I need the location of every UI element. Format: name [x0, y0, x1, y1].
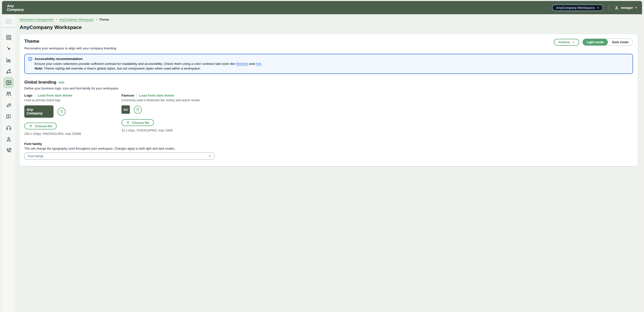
page-title: AnyCompany Workspace: [19, 24, 322, 30]
menu-toggle-button[interactable]: [6, 18, 12, 25]
phone-chat-icon: [6, 147, 12, 154]
sidebar-item-megaphone[interactable]: [3, 100, 14, 111]
font-family-section: Font family This will change the typogra…: [24, 142, 322, 156]
sidebar: [2, 14, 15, 156]
logo-delete-button[interactable]: [58, 108, 66, 116]
favicon-description: Commonly used in bookmark bar, history a…: [122, 99, 219, 102]
favicon-delete-button[interactable]: [134, 106, 142, 114]
webaim-link[interactable]: WebAim: [236, 62, 248, 66]
logo-line2: Company: [7, 8, 24, 11]
logo-preview: Any Company: [24, 105, 54, 118]
global-branding-subtitle: Define your business logo, icon and font…: [24, 87, 322, 90]
sparkle-icon: [6, 46, 12, 52]
trash-icon: [60, 110, 64, 114]
sidebar-item-dashboard-grid[interactable]: [3, 32, 14, 43]
favicon-preview: AC: [122, 105, 130, 114]
sidebar-item-layout[interactable]: [3, 77, 14, 88]
font-family-select[interactable]: Font family ▼: [24, 153, 214, 156]
workflow-branch-icon: [6, 68, 12, 75]
accessibility-recommendation-banner: i Accessibility recommendation Ensure yo…: [24, 54, 322, 74]
sidebar-item-bar-chart[interactable]: [3, 54, 14, 66]
bar-chart-icon: [6, 57, 12, 63]
theme-card-subtitle: Personalize your workspace to align with…: [24, 47, 116, 50]
company-logo: Any Company: [7, 4, 24, 12]
upload-icon: [29, 124, 33, 128]
favicon-label: Favicon: [122, 94, 134, 97]
sidebar-divider: [2, 28, 15, 28]
breadcrumb-separator-icon: ›: [96, 18, 97, 21]
font-family-label: Font family: [24, 142, 322, 146]
breadcrumb-workspace-management[interactable]: Workspace management: [20, 18, 54, 21]
sidebar-item-phone-chat[interactable]: [3, 145, 14, 156]
accessibility-note: Note: Theme styling will override a View…: [34, 66, 262, 71]
logo-load-from-dark-theme-link[interactable]: Load from dark theme: [38, 94, 72, 97]
breadcrumb-separator-icon: ›: [56, 18, 57, 21]
info-icon: i: [28, 57, 32, 61]
sidebar-item-users[interactable]: [3, 88, 14, 100]
sidebar-item-headset[interactable]: [3, 122, 14, 133]
dashboard-grid-icon: [6, 34, 12, 41]
font-family-description: This will change the typography used thr…: [24, 147, 322, 150]
theme-card: Theme Personalize your workspace to alig…: [19, 34, 322, 156]
logo-section: Logo Load from dark theme Used as primar…: [24, 94, 122, 136]
logo-line1: Any: [7, 4, 24, 8]
headset-icon: [6, 125, 12, 131]
theme-card-title: Theme: [24, 39, 116, 44]
font-family-selected-value: Font family: [28, 154, 44, 156]
logo-constraints: 250 x 100px, PNG/SVG/JPG, max 200KB: [24, 132, 122, 136]
hamburger-icon: [6, 20, 12, 20]
sidebar-item-sparkle[interactable]: [3, 43, 14, 54]
sidebar-item-workflow-branch[interactable]: [3, 66, 14, 77]
label-divider: [136, 94, 137, 97]
favicon-constraints: 32 x 32px, SVG/ICO/PNG, max 10KB: [122, 129, 219, 132]
breadcrumb-anycompany-workspace[interactable]: AnyCompany Workspace: [59, 18, 94, 21]
upload-icon: [126, 121, 130, 125]
global-branding-title: Global branding: [24, 80, 56, 85]
app-header: Any Company AnyCompany Workspace ▼ mmajo…: [2, 1, 322, 14]
sidebar-item-person[interactable]: [3, 133, 14, 145]
axe-link[interactable]: Axe: [256, 62, 261, 66]
book-sparkle-icon: [6, 114, 12, 120]
logo-choose-file-button[interactable]: Choose file: [24, 123, 57, 129]
global-branding-info-link[interactable]: Info: [59, 81, 64, 84]
users-icon: [6, 91, 12, 97]
breadcrumb: Workspace management › AnyCompany Worksp…: [19, 18, 322, 21]
sidebar-nav: [3, 32, 14, 156]
favicon-load-from-dark-theme-link[interactable]: Load from dark theme: [139, 94, 174, 97]
logo-description: Used as primary brand logo: [24, 99, 122, 102]
chevron-down-icon: ▼: [208, 155, 211, 156]
trash-icon: [136, 108, 140, 112]
megaphone-icon: [6, 102, 12, 108]
favicon-section: Favicon Load from dark theme Commonly us…: [122, 94, 219, 136]
logo-label: Logo: [24, 94, 32, 97]
main-content: Workspace management › AnyCompany Worksp…: [15, 14, 322, 156]
accessibility-title: Accessibility recommendation: [34, 57, 262, 61]
accessibility-line1: Ensure your colors selections provide su…: [34, 61, 262, 66]
layout-icon: [6, 80, 12, 86]
sidebar-item-book-sparkle[interactable]: [3, 111, 14, 122]
breadcrumb-current-theme: Theme: [99, 18, 109, 21]
person-icon: [6, 136, 12, 142]
favicon-choose-file-button[interactable]: Choose file: [122, 119, 154, 126]
label-divider: [35, 94, 35, 97]
